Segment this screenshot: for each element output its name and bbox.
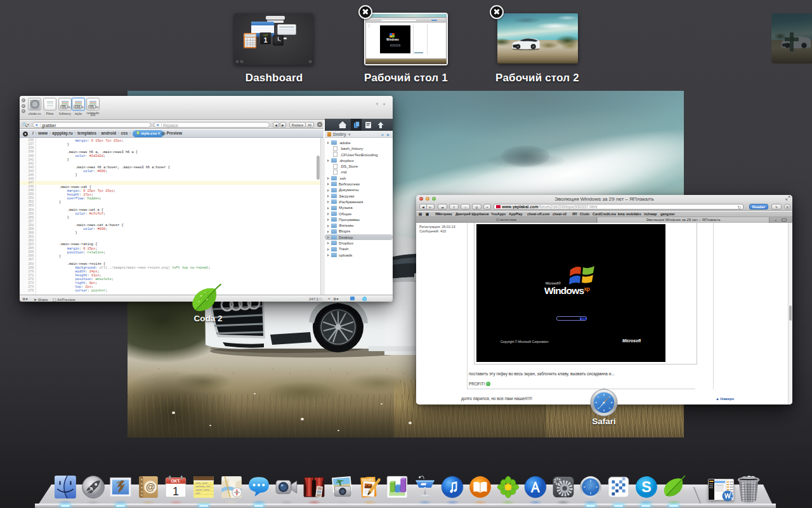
svg-text:ОКТ.: ОКТ. (171, 479, 181, 483)
svg-text:1: 1 (173, 485, 179, 498)
svg-text:@: @ (145, 482, 155, 492)
svg-text:S: S (641, 479, 652, 495)
